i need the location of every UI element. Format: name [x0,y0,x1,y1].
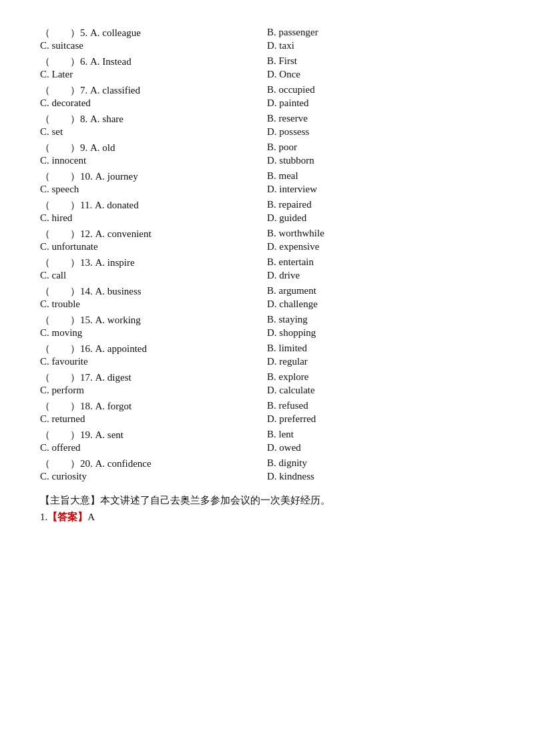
option-left-5: C. suitcase [40,40,267,51]
option-line-9: C. innocent D. stubborn [40,155,494,166]
question-line-15: （ ）15. A. working B. staying [40,314,494,327]
option-right-15: D. shopping [267,327,494,339]
question-pair-14: （ ）14. A. business B. argument C. troubl… [40,285,494,310]
option-left-14: C. trouble [40,299,267,310]
answer-value: A [87,512,95,522]
option-left-7: C. decorated [40,98,267,109]
question-right-5: B. passenger [267,27,494,39]
option-left-19: C. offered [40,442,267,453]
question-left-5: （ ）5. A. colleague [40,27,267,39]
question-left-6: （ ）6. A. Instead [40,55,267,68]
question-right-13: B. entertain [267,256,494,269]
option-left-17: C. perform [40,385,267,396]
option-right-5: D. taxi [267,40,494,51]
question-line-14: （ ）14. A. business B. argument [40,285,494,298]
option-right-6: D. Once [267,69,494,80]
option-left-15: C. moving [40,327,267,339]
option-right-11: D. guided [267,212,494,224]
option-right-14: D. challenge [267,299,494,310]
option-line-19: C. offered D. owed [40,442,494,453]
question-right-10: B. meal [267,170,494,183]
option-line-18: C. returned D. preferred [40,413,494,425]
option-left-13: C. call [40,270,267,281]
question-line-12: （ ）12. A. convenient B. worthwhile [40,228,494,240]
question-right-11: B. repaired [267,199,494,212]
question-right-12: B. worthwhile [267,228,494,240]
question-left-19: （ ）19. A. sent [40,429,267,441]
option-right-7: D. painted [267,98,494,109]
option-line-15: C. moving D. shopping [40,327,494,339]
question-pair-6: （ ）6. A. Instead B. First C. Later D. On… [40,55,494,80]
option-right-16: D. regular [267,356,494,367]
question-left-9: （ ）9. A. old [40,142,267,154]
question-left-7: （ ）7. A. classified [40,84,267,97]
question-pair-20: （ ）20. A. confidence B. dignity C. curio… [40,457,494,482]
answer-prefix: 1. [40,512,47,522]
question-right-17: B. explore [267,371,494,384]
option-right-17: D. calculate [267,385,494,396]
question-right-19: B. lent [267,429,494,441]
option-right-12: D. expensive [267,241,494,252]
option-right-8: D. possess [267,126,494,138]
option-line-11: C. hired D. guided [40,212,494,224]
question-pair-5: （ ）5. A. colleague B. passenger C. suitc… [40,27,494,51]
question-line-13: （ ）13. A. inspire B. entertain [40,256,494,269]
question-right-9: B. poor [267,142,494,154]
question-line-18: （ ）18. A. forgot B. refused [40,400,494,413]
option-line-5: C. suitcase D. taxi [40,40,494,51]
question-line-9: （ ）9. A. old B. poor [40,142,494,154]
option-right-13: D. drive [267,270,494,281]
question-left-18: （ ）18. A. forgot [40,400,267,413]
summary-text: 【主旨大意】本文讲述了自己去奥兰多参加会议的一次美好经历。 [40,494,494,507]
option-left-10: C. speech [40,184,267,195]
quiz-container: （ ）5. A. colleague B. passenger C. suitc… [40,27,494,524]
question-pair-7: （ ）7. A. classified B. occupied C. decor… [40,84,494,109]
question-line-5: （ ）5. A. colleague B. passenger [40,27,494,39]
question-pair-19: （ ）19. A. sent B. lent C. offered D. owe… [40,429,494,453]
option-left-16: C. favourite [40,356,267,367]
question-left-20: （ ）20. A. confidence [40,457,267,470]
option-left-6: C. Later [40,69,267,80]
question-line-11: （ ）11. A. donated B. repaired [40,199,494,212]
question-line-7: （ ）7. A. classified B. occupied [40,84,494,97]
option-line-14: C. trouble D. challenge [40,299,494,310]
question-right-16: B. limited [267,343,494,355]
option-right-9: D. stubborn [267,155,494,166]
question-right-6: B. First [267,55,494,68]
summary-section: 【主旨大意】本文讲述了自己去奥兰多参加会议的一次美好经历。 1.【答案】A [40,494,494,524]
option-line-7: C. decorated D. painted [40,98,494,109]
option-line-10: C. speech D. interview [40,184,494,195]
question-pair-12: （ ）12. A. convenient B. worthwhile C. un… [40,228,494,252]
question-left-17: （ ）17. A. digest [40,371,267,384]
option-right-20: D. kindness [267,471,494,482]
option-right-10: D. interview [267,184,494,195]
question-line-16: （ ）16. A. appointed B. limited [40,343,494,355]
question-left-16: （ ）16. A. appointed [40,343,267,355]
question-left-15: （ ）15. A. working [40,314,267,327]
option-line-6: C. Later D. Once [40,69,494,80]
question-line-8: （ ）8. A. share B. reserve [40,113,494,126]
option-left-12: C. unfortunate [40,241,267,252]
option-left-8: C. set [40,126,267,138]
question-line-20: （ ）20. A. confidence B. dignity [40,457,494,470]
question-line-6: （ ）6. A. Instead B. First [40,55,494,68]
answer-text: 1.【答案】A [40,511,494,524]
question-left-12: （ ）12. A. convenient [40,228,267,240]
question-pair-15: （ ）15. A. working B. staying C. moving D… [40,314,494,339]
question-pair-8: （ ）8. A. share B. reserve C. set D. poss… [40,113,494,138]
option-line-8: C. set D. possess [40,126,494,138]
question-left-8: （ ）8. A. share [40,113,267,126]
option-line-20: C. curiosity D. kindness [40,471,494,482]
question-pair-10: （ ）10. A. journey B. meal C. speech D. i… [40,170,494,195]
question-pair-18: （ ）18. A. forgot B. refused C. returned … [40,400,494,425]
summary-label: 【主旨大意】 [40,495,100,506]
question-pair-11: （ ）11. A. donated B. repaired C. hired D… [40,199,494,224]
option-line-12: C. unfortunate D. expensive [40,241,494,252]
question-left-11: （ ）11. A. donated [40,199,267,212]
question-right-14: B. argument [267,285,494,298]
question-right-8: B. reserve [267,113,494,126]
option-right-19: D. owed [267,442,494,453]
option-left-20: C. curiosity [40,471,267,482]
option-left-11: C. hired [40,212,267,224]
option-left-18: C. returned [40,413,267,425]
